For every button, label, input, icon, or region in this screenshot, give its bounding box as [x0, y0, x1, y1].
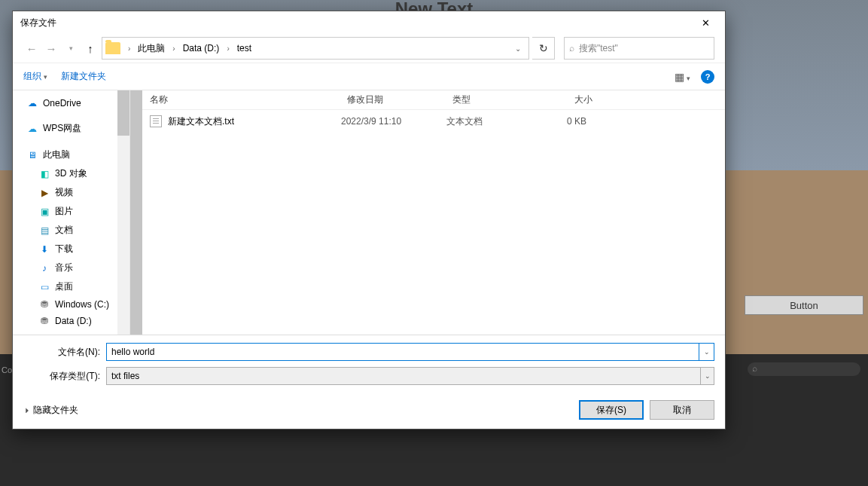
new-folder-button[interactable]: 新建文件夹 — [61, 70, 106, 83]
tree-item-pictures[interactable]: ▣图片 — [13, 202, 129, 221]
hide-folders-toggle[interactable]: 隐藏文件夹 — [23, 404, 78, 417]
unity-search-input[interactable] — [748, 362, 860, 376]
filename-input[interactable] — [106, 343, 699, 361]
forward-button[interactable]: → — [43, 40, 59, 57]
file-size: 0 KB — [534, 116, 594, 127]
tree-item-thispc[interactable]: 🖥此电脑 — [13, 145, 129, 164]
file-type: 文本文档 — [446, 115, 534, 128]
tree-item-drive-c[interactable]: ⛃Windows (C:) — [13, 296, 129, 313]
cloud-icon: ☁ — [26, 98, 38, 109]
navigation-tree[interactable]: ☁OneDrive ☁WPS网盘 🖥此电脑 ◧3D 对象 ▶视频 ▣图片 ▤文档… — [13, 90, 130, 335]
cube-icon: ◧ — [38, 169, 50, 179]
breadcrumb-item-drive[interactable]: Data (D:) — [180, 41, 223, 55]
chevron-right-icon: › — [125, 44, 133, 53]
tree-item-onedrive[interactable]: ☁OneDrive — [13, 95, 129, 112]
pc-icon: 🖥 — [26, 150, 38, 160]
help-button[interactable]: ? — [701, 70, 714, 84]
drive-icon: ⛃ — [38, 316, 50, 326]
savetype-label: 保存类型(T): — [23, 370, 106, 383]
chevron-right-icon: › — [169, 44, 178, 53]
tree-item-downloads[interactable]: ⬇下载 — [13, 240, 129, 258]
dialog-footer: 隐藏文件夹 保存(S) 取消 — [13, 396, 725, 429]
filename-label: 文件名(N): — [23, 346, 106, 359]
search-input[interactable]: ⌕ 搜索"test" — [564, 37, 714, 60]
view-options-button[interactable]: ▦ — [675, 71, 690, 83]
desktop-icon: ▭ — [38, 282, 50, 292]
file-row[interactable]: 新建文本文档.txt 2022/3/9 11:10 文本文档 0 KB — [142, 110, 725, 133]
drive-icon: ⛃ — [38, 299, 50, 310]
filename-dropdown[interactable]: ⌄ — [699, 343, 714, 361]
savetype-combo[interactable]: txt files — [106, 367, 701, 385]
column-headers[interactable]: 名称 修改日期 类型 大小 — [142, 90, 725, 110]
tree-scrollbar[interactable] — [117, 90, 129, 335]
search-icon: ⌕ — [569, 43, 574, 53]
breadcrumb[interactable]: › 此电脑 › Data (D:) › test ⌄ — [102, 37, 529, 60]
toolbar: 组织 新建文件夹 ▦ ? — [13, 63, 725, 90]
pictures-icon: ▣ — [38, 206, 50, 217]
chevron-right-icon: › — [224, 44, 232, 53]
tree-item-3d[interactable]: ◧3D 对象 — [13, 164, 129, 183]
breadcrumb-item-folder[interactable]: test — [234, 41, 254, 55]
dialog-titlebar: 保存文件 ✕ — [13, 11, 725, 34]
breadcrumb-item-pc[interactable]: 此电脑 — [135, 41, 168, 57]
list-scrollbar[interactable] — [130, 90, 142, 335]
music-icon: ♪ — [38, 263, 50, 274]
tree-item-wps[interactable]: ☁WPS网盘 — [13, 119, 129, 138]
breadcrumb-dropdown[interactable]: ⌄ — [510, 44, 525, 53]
save-file-dialog: 保存文件 ✕ ← → ▾ ↑ › 此电脑 › Data (D:) › test … — [12, 11, 726, 429]
tree-item-documents[interactable]: ▤文档 — [13, 221, 129, 240]
tree-item-music[interactable]: ♪音乐 — [13, 258, 129, 277]
tree-item-video[interactable]: ▶视频 — [13, 183, 129, 202]
column-size[interactable]: 大小 — [540, 93, 600, 106]
video-icon: ▶ — [38, 188, 50, 198]
folder-icon — [105, 42, 120, 54]
save-button[interactable]: 保存(S) — [579, 400, 644, 420]
close-button[interactable]: ✕ — [690, 13, 720, 32]
savetype-dropdown[interactable]: ⌄ — [701, 367, 714, 385]
column-date[interactable]: 修改日期 — [347, 93, 452, 106]
refresh-icon: ↻ — [539, 42, 548, 54]
search-placeholder: 搜索"test" — [579, 42, 618, 55]
cancel-button[interactable]: 取消 — [650, 400, 714, 420]
download-icon: ⬇ — [38, 244, 50, 255]
organize-menu[interactable]: 组织 — [23, 70, 47, 83]
file-name: 新建文本文档.txt — [168, 115, 234, 128]
documents-icon: ▤ — [38, 225, 50, 236]
textfile-icon — [150, 115, 162, 127]
cloud-icon: ☁ — [26, 124, 38, 134]
column-name[interactable]: 名称 — [150, 93, 347, 106]
close-icon: ✕ — [702, 17, 710, 29]
dialog-title: 保存文件 — [20, 17, 56, 29]
column-type[interactable]: 类型 — [452, 93, 540, 106]
main-area: ☁OneDrive ☁WPS网盘 🖥此电脑 ◧3D 对象 ▶视频 ▣图片 ▤文档… — [13, 90, 725, 335]
file-date: 2022/3/9 11:10 — [341, 116, 446, 127]
recent-button[interactable]: ▾ — [62, 40, 79, 57]
file-list-pane: 名称 修改日期 类型 大小 新建文本文档.txt 2022/3/9 11:10 … — [130, 90, 725, 335]
tree-item-desktop[interactable]: ▭桌面 — [13, 277, 129, 296]
fields-area: 文件名(N): ⌄ 保存类型(T): txt files ⌄ — [13, 335, 725, 396]
navigation-row: ← → ▾ ↑ › 此电脑 › Data (D:) › test ⌄ ↻ ⌕ 搜… — [13, 34, 725, 63]
tree-item-drive-d[interactable]: ⛃Data (D:) — [13, 313, 129, 329]
back-button[interactable]: ← — [23, 40, 40, 57]
refresh-button[interactable]: ↻ — [532, 37, 555, 60]
unity-button[interactable]: Button — [745, 295, 863, 315]
up-button[interactable]: ↑ — [82, 40, 99, 57]
